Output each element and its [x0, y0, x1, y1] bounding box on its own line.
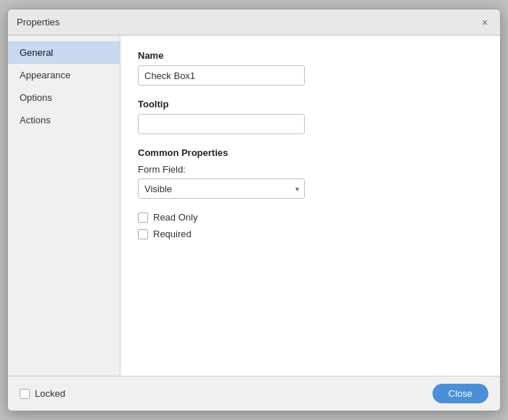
read-only-checkbox[interactable] — [138, 213, 148, 223]
close-x-icon: × — [482, 17, 488, 28]
locked-label[interactable]: Locked — [35, 388, 65, 399]
dialog-footer: Locked Close — [8, 376, 500, 411]
required-label[interactable]: Required — [153, 228, 192, 239]
common-properties-group: Common Properties Form Field: Visible Hi… — [138, 147, 483, 199]
locked-row: Locked — [20, 388, 65, 399]
name-field-group: Name — [138, 50, 483, 86]
sidebar-item-actions[interactable]: Actions — [8, 109, 120, 131]
title-close-button[interactable]: × — [478, 16, 491, 29]
sidebar-item-appearance[interactable]: Appearance — [8, 64, 120, 86]
sidebar-item-general[interactable]: General — [8, 41, 120, 64]
sidebar: General Appearance Options Actions — [8, 36, 120, 376]
properties-dialog: Properties × General Appearance Options … — [7, 9, 501, 411]
main-content: Name Tooltip Common Properties Form Fiel… — [120, 36, 500, 376]
name-label: Name — [138, 50, 483, 61]
form-field-label: Form Field: — [138, 164, 483, 175]
form-field-select-wrapper: Visible Hidden No Print No View ▾ — [138, 178, 305, 199]
required-checkbox[interactable] — [138, 229, 148, 239]
common-properties-title: Common Properties — [138, 147, 483, 158]
dialog-body: General Appearance Options Actions Name … — [8, 36, 500, 376]
required-row: Required — [138, 228, 483, 239]
tooltip-label: Tooltip — [138, 99, 483, 110]
tooltip-field-group: Tooltip — [138, 99, 483, 134]
dialog-title: Properties — [17, 17, 60, 28]
form-field-select[interactable]: Visible Hidden No Print No View — [138, 178, 305, 199]
sidebar-item-options[interactable]: Options — [8, 86, 120, 109]
title-bar: Properties × — [8, 9, 500, 36]
read-only-label[interactable]: Read Only — [153, 212, 197, 223]
locked-checkbox[interactable] — [20, 389, 30, 399]
name-input[interactable] — [138, 65, 305, 86]
close-dialog-button[interactable]: Close — [433, 384, 488, 403]
tooltip-input[interactable] — [138, 114, 305, 134]
read-only-row: Read Only — [138, 212, 483, 223]
